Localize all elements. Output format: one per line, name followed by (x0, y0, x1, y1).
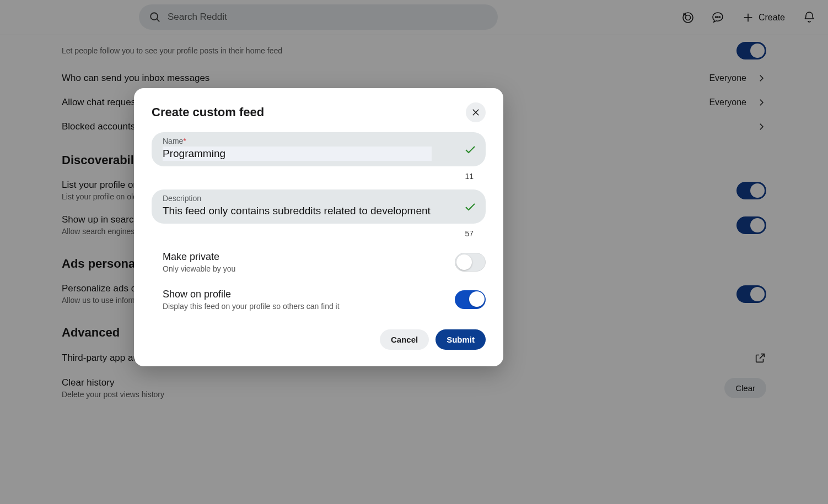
description-label: Description (163, 194, 458, 203)
toggle-show-on-profile[interactable] (455, 290, 486, 309)
check-icon (464, 200, 477, 213)
description-field[interactable]: Description (152, 189, 486, 224)
name-label: Name* (163, 137, 458, 145)
option-sublabel: Only viewable by you (163, 264, 235, 273)
cancel-button[interactable]: Cancel (380, 329, 429, 350)
toggle-make-private[interactable] (455, 253, 486, 272)
check-icon (464, 143, 477, 156)
modal-actions: Cancel Submit (152, 329, 486, 350)
option-show-on-profile: Show on profile Display this feed on you… (152, 284, 486, 322)
modal-title: Create custom feed (152, 105, 264, 120)
name-input[interactable] (163, 147, 432, 161)
name-field[interactable]: Name* (152, 132, 486, 166)
option-label: Show on profile (163, 289, 340, 300)
name-counter: 11 (152, 172, 474, 181)
option-make-private: Make private Only viewable by you (152, 247, 486, 284)
option-sublabel: Display this feed on your profile so oth… (163, 302, 340, 311)
description-input[interactable] (163, 204, 432, 218)
close-icon (471, 107, 481, 117)
create-feed-modal: Create custom feed Name* 11 Description … (134, 88, 503, 366)
description-counter: 57 (152, 229, 474, 238)
close-button[interactable] (466, 102, 486, 122)
submit-button[interactable]: Submit (435, 329, 486, 350)
option-label: Make private (163, 251, 235, 263)
